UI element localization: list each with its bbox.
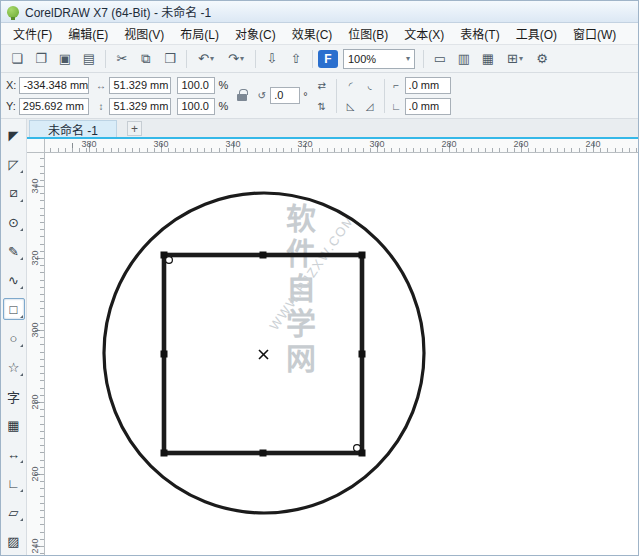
paste-button[interactable]: ❒ [159,48,181,70]
transparency-tool[interactable]: ▨ [3,530,25,552]
selection-handle-bottom-left[interactable] [161,450,168,457]
redo-icon: ↷ [228,51,239,66]
undo-button[interactable]: ↶ ▾ [192,48,220,70]
propbar-separator [336,79,337,113]
propbar-separator [384,79,385,113]
menu-window[interactable]: 窗口(W) [565,23,624,44]
cut-button[interactable]: ✂ [111,48,133,70]
corner-round-button[interactable]: ◜ [343,78,359,93]
application-launcher-button[interactable]: F [318,50,338,68]
menu-file[interactable]: 文件(F) [5,23,60,44]
artistic-media-tool-icon: ∿ [8,273,19,288]
redo-button[interactable]: ↷ ▾ [222,48,250,70]
connector-tool-icon: ∟ [7,476,20,491]
shape-tool[interactable]: ◸ [3,153,25,175]
drawing-canvas[interactable]: 软件自学网 WWW.RJZXW.COM [45,153,638,555]
vertical-ruler[interactable]: 340 320 300 280 260 240 [27,153,45,555]
rotation-angle-field[interactable]: .0 [270,87,300,104]
full-screen-preview-button[interactable]: ▭ [429,48,451,70]
ellipse-tool[interactable]: ○ [3,327,25,349]
corner-radius-bottom-field[interactable]: .0 mm [405,98,451,115]
lock-ratio-button[interactable] [234,78,250,114]
options-button[interactable]: ⚙ [531,48,553,70]
toolbox: ◤ ◸ ⧄ ⊙ ✎ ∿ □ ○ ☆ 字 ▦ ↔ ∟ ▱ ▨ [1,119,27,555]
corner-radius-top-field[interactable]: .0 mm [405,77,451,94]
corner-chamfer-button[interactable]: ◺ [343,99,359,114]
corner-node-top-left[interactable] [166,257,173,264]
toolbar-separator [186,50,187,68]
lock-icon [237,94,247,101]
snap-to-button[interactable]: ⊞ ▾ [501,48,529,70]
flyout-indicator-icon [20,373,23,376]
corner-scalloped-button[interactable]: ◟ [362,78,378,93]
menu-layout[interactable]: 布局(L) [172,23,227,44]
horizontal-ruler[interactable]: 380 360 340 320 300 280 260 240 [45,139,638,153]
x-position-field[interactable]: -334.348 mm [19,77,89,94]
chevron-down-icon: ▾ [240,54,244,63]
scale-y-field[interactable]: 100.0 [177,98,215,115]
selection-handle-top-right[interactable] [359,252,366,259]
show-grid-button[interactable]: ▦ [477,48,499,70]
show-rulers-button[interactable]: ▥ [453,48,475,70]
menu-edit[interactable]: 编辑(E) [60,23,116,44]
rectangle-tool[interactable]: □ [3,298,25,320]
drop-shadow-tool[interactable]: ▱ [3,501,25,523]
new-tab-button[interactable]: + [127,121,142,136]
object-width-field[interactable]: 51.329 mm [109,77,171,94]
selection-handle-middle-left[interactable] [161,351,168,358]
mirror-vertical-button[interactable]: ⇅ [314,99,330,114]
ruler-origin-box[interactable] [27,139,45,153]
menu-view[interactable]: 视图(V) [116,23,172,44]
text-tool[interactable]: 字 [3,385,25,407]
menu-table[interactable]: 表格(T) [452,23,507,44]
mirror-horizontal-button[interactable]: ⇄ [314,78,330,93]
y-position-field[interactable]: 295.692 mm [19,98,89,115]
polygon-tool[interactable]: ☆ [3,356,25,378]
scale-x-field[interactable]: 100.0 [177,77,215,94]
text-tool-icon: 字 [7,387,20,406]
menu-tools[interactable]: 工具(O) [508,23,565,44]
toolbar-separator [312,50,313,68]
selection-handle-middle-right[interactable] [359,351,366,358]
undo-icon: ↶ [198,51,209,66]
export-button[interactable]: ⇧ [285,48,307,70]
crop-tool[interactable]: ⧄ [3,182,25,204]
ruler-number: 300 [30,321,42,339]
print-button[interactable]: ▤ [78,48,100,70]
object-position-block: X: -334.348 mm Y: 295.692 mm [6,77,89,115]
standard-toolbar: ❏ ❐ ▣ ▤ ✂ ⧉ ❒ ↶ ▾ ↷ ▾ ⇩ ⇧ F 100% ▾ ▭ ▥ ▦… [1,45,638,73]
menu-bar: 文件(F) 编辑(E) 视图(V) 布局(L) 对象(C) 效果(C) 位图(B… [1,23,638,45]
object-center-marker[interactable] [259,350,268,359]
copy-button[interactable]: ⧉ [135,48,157,70]
table-tool-icon: ▦ [7,418,19,433]
menu-text[interactable]: 文本(X) [396,23,452,44]
save-button[interactable]: ▣ [54,48,76,70]
new-document-button[interactable]: ❏ [6,48,28,70]
import-button[interactable]: ⇩ [261,48,283,70]
zoom-level-value: 100% [348,53,376,65]
flyout-indicator-icon [20,344,23,347]
selection-handle-bottom-center[interactable] [260,450,267,457]
zoom-tool[interactable]: ⊙ [3,211,25,233]
pick-tool[interactable]: ◤ [3,124,25,146]
flyout-indicator-icon [20,286,23,289]
ruler-number: 260 [30,465,42,483]
dimension-tool[interactable]: ↔ [3,443,25,465]
open-button[interactable]: ❐ [30,48,52,70]
ruler-number: 320 [296,139,314,149]
artistic-media-tool[interactable]: ∿ [3,269,25,291]
corner-node-bottom-right[interactable] [354,445,361,452]
zoom-level-select[interactable]: 100% ▾ [343,49,415,69]
object-height-field[interactable]: 51.329 mm [109,98,171,115]
menu-object[interactable]: 对象(C) [227,23,284,44]
document-tab[interactable]: 未命名 -1 [29,120,117,137]
chevron-down-icon: ▾ [519,54,523,63]
connector-tool[interactable]: ∟ [3,472,25,494]
menu-bitmaps[interactable]: 位图(B) [340,23,396,44]
selection-handle-top-center[interactable] [260,252,267,259]
flyout-indicator-icon [20,170,23,173]
menu-effects[interactable]: 效果(C) [284,23,341,44]
table-tool[interactable]: ▦ [3,414,25,436]
relative-corner-scaling-button[interactable]: ◿ [362,99,378,114]
freehand-tool[interactable]: ✎ [3,240,25,262]
